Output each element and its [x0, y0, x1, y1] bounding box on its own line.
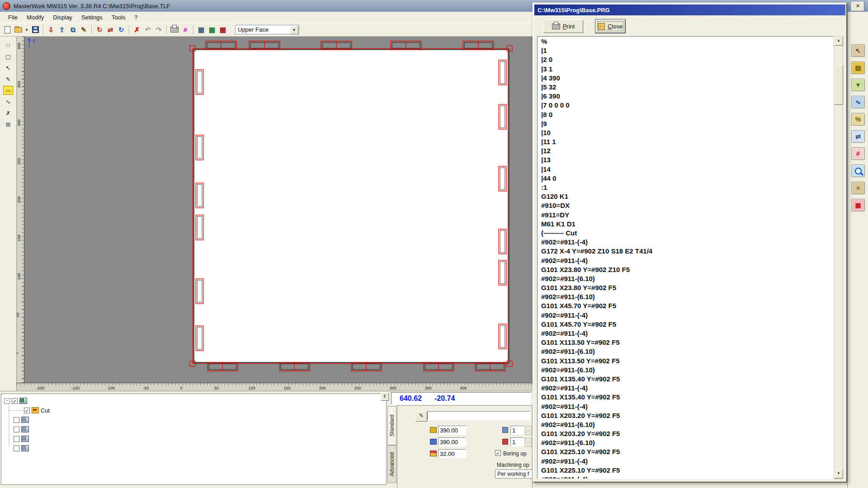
gcode-line: #911=DY — [541, 211, 833, 220]
layers-icon[interactable]: ≡ — [851, 182, 865, 194]
pointer-tool-icon[interactable]: ↖ — [851, 44, 865, 57]
delete-icon[interactable]: ✗ — [132, 25, 142, 35]
combo-dropdown-arrow-icon[interactable]: ▼ — [290, 26, 298, 34]
redo-icon[interactable]: ↷ — [154, 25, 164, 35]
tree-checkbox[interactable]: ✓ — [12, 398, 18, 404]
tool-input[interactable] — [427, 411, 530, 420]
delete-node-icon[interactable]: ✗ — [3, 108, 13, 117]
dim-y-field[interactable] — [438, 437, 466, 446]
gcode-line: :1 — [541, 183, 833, 192]
new-file-icon[interactable] — [2, 25, 12, 35]
tree-row[interactable] — [14, 415, 29, 424]
mirror-icon[interactable]: ⇄ — [105, 25, 115, 35]
hash-icon[interactable]: # — [180, 25, 190, 35]
machining-tree-panel: −✓✓Cut — [1, 394, 387, 485]
tree-row[interactable]: −✓ — [4, 396, 27, 405]
thickness-icon — [430, 450, 437, 456]
qty1-field[interactable] — [510, 426, 524, 435]
edit-drawing-icon[interactable]: ✎ — [79, 25, 89, 35]
working-mode-select[interactable]: Per working f — [495, 469, 533, 479]
qty2-field[interactable] — [510, 437, 524, 446]
toolbar-separator — [129, 25, 129, 34]
open-dropdown-icon[interactable]: ▾ — [24, 25, 29, 35]
tree-row[interactable] — [14, 434, 29, 443]
curve-tool-icon[interactable]: ∿ — [3, 97, 13, 106]
main-close-button[interactable]: ✕ — [851, 2, 864, 11]
fixture-icon[interactable]: ▼ — [851, 79, 865, 91]
nesting-table-icon[interactable]: ▦ — [196, 25, 206, 35]
vruler-label: 100 — [17, 273, 21, 280]
grid-icon[interactable]: ⊞ — [3, 120, 13, 129]
tree-checkbox[interactable] — [14, 427, 19, 432]
qty2-browse-button[interactable]: … — [525, 438, 532, 447]
dim-x-icon — [430, 427, 437, 433]
print-button[interactable]: Print — [543, 19, 583, 33]
swap-icon[interactable]: ⇄ — [851, 130, 865, 143]
gcode-line: G172 X-4 Y=#902 Z10 S18 E2 T41/4 — [541, 247, 833, 256]
close-button[interactable]: Close — [595, 19, 625, 33]
qty1-browse-button[interactable]: … — [525, 426, 532, 435]
copy-drawing-icon[interactable]: ⧉ — [68, 25, 78, 35]
tab-standard[interactable]: Standard — [387, 406, 396, 445]
menu-help[interactable]: ? — [130, 13, 142, 22]
pencil-icon[interactable]: ✎ — [3, 75, 13, 84]
tree-row[interactable]: ✓Cut — [24, 406, 50, 415]
scroll-down-arrow-icon[interactable]: ▼ — [834, 469, 843, 479]
scroll-up-arrow-icon[interactable]: ▲ — [834, 37, 843, 46]
refresh-icon[interactable]: ↻ — [116, 25, 126, 35]
red-grid-icon[interactable]: ▦ — [851, 199, 865, 211]
gcode-line: |3 1 — [541, 65, 833, 74]
zoom-icon[interactable] — [851, 164, 865, 177]
tree-row[interactable] — [14, 425, 29, 434]
contour-icon[interactable]: ∿ — [851, 96, 865, 108]
pointer-icon[interactable]: ↖ — [3, 63, 13, 72]
undo-icon[interactable]: ↶ — [143, 25, 153, 35]
drawing-area[interactable]: Y 400350300250200150100500 -200-150-100-… — [17, 37, 533, 391]
tool-picker-button[interactable]: ✎ — [415, 411, 427, 422]
tree-checkbox[interactable] — [14, 436, 19, 442]
gcode-line: |13 — [541, 156, 833, 165]
horizontal-ruler: -200-150-100-50050100150200250300350400 — [17, 383, 533, 391]
menu-settings[interactable]: Settings — [77, 13, 107, 22]
save-icon[interactable] — [30, 25, 40, 35]
gcode-line: #902=#911-(-4) — [541, 311, 833, 320]
gcode-line: G101 X203.20 Y=#902 F5 — [541, 430, 833, 439]
tree-checkbox[interactable]: ✓ — [24, 408, 30, 413]
machine-icon — [19, 398, 27, 404]
tree-row[interactable] — [14, 444, 29, 453]
menu-file[interactable]: File — [4, 13, 22, 22]
menu-modify[interactable]: Modify — [22, 13, 48, 22]
boring-checkbox[interactable] — [495, 450, 501, 456]
vruler-label: 400 — [17, 42, 21, 49]
table-red-icon[interactable]: ▦ — [218, 25, 228, 35]
marquee-select-icon[interactable]: ▢ — [3, 52, 13, 61]
menu-display[interactable]: Display — [48, 13, 77, 22]
tree-checkbox[interactable] — [14, 446, 19, 451]
prg-scrollbar[interactable]: ▲ ▼ — [834, 36, 843, 479]
table-green-icon[interactable]: ▦ — [207, 25, 217, 35]
gcode-line: G101 X23.80 Y=#902 F5 — [541, 284, 833, 293]
cut-operation-icon — [32, 407, 39, 413]
scrollbar-thumb[interactable] — [834, 65, 843, 105]
face-selector-dropdown[interactable]: Upper Face ▼ — [235, 25, 299, 34]
toolbox-icon[interactable]: ▤ — [851, 61, 865, 74]
open-folder-icon[interactable] — [13, 25, 23, 35]
tree-expander[interactable]: − — [4, 398, 10, 404]
thickness-field[interactable] — [438, 449, 466, 458]
percent-icon[interactable]: % — [851, 113, 865, 126]
workpiece-drawing[interactable]: Y — [17, 37, 533, 383]
qty2-icon — [502, 439, 508, 445]
dim-x-field[interactable] — [438, 426, 466, 435]
export-drawing-icon[interactable]: ⇧ — [57, 25, 67, 35]
snap-grid-icon[interactable]: ∷ — [3, 41, 13, 50]
hash-grid-icon[interactable]: # — [851, 147, 865, 160]
menu-tools[interactable]: Tools — [107, 13, 130, 22]
rectangle-tool-icon[interactable]: ▭ — [3, 86, 13, 95]
rotate-icon[interactable]: ↻ — [94, 25, 104, 35]
gcode-line: |1 — [541, 47, 833, 56]
panel-splitter-control[interactable]: ⇕ — [381, 393, 389, 401]
tab-advanced[interactable]: Advanced — [387, 445, 396, 483]
tree-checkbox[interactable] — [14, 417, 19, 423]
import-drawing-icon[interactable]: ⇩ — [46, 25, 56, 35]
print-icon[interactable] — [170, 25, 179, 35]
